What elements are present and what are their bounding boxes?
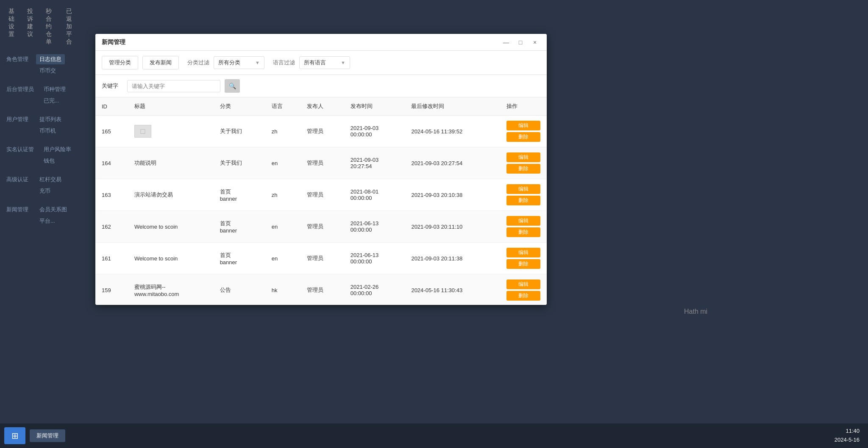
windows-icon: ⊞: [11, 431, 19, 441]
publish-news-button[interactable]: 发布新闻: [142, 56, 179, 69]
cell-id: 165: [95, 116, 128, 147]
cell-action: 编辑删除: [500, 243, 547, 274]
cell-action: 编辑删除: [500, 147, 547, 179]
sidebar-group-admin: 后台管理员 币种管理 已完...: [0, 80, 85, 110]
col-category: 分类: [214, 97, 265, 116]
delete-button[interactable]: 删除: [506, 259, 540, 269]
nav-top-row: 基础设置 投诉建议 秒合约仓单 已返加平合: [0, 0, 85, 50]
sidebar-item-withdraw[interactable]: 提币列表: [36, 114, 65, 124]
cell-publish-time: 2021-09-03 00:00:00: [344, 116, 405, 147]
nav-complaints[interactable]: 投诉建议: [27, 8, 35, 46]
action-buttons: 编辑删除: [506, 248, 540, 269]
title-thumbnail: □: [134, 125, 151, 138]
taskbar-news-item[interactable]: 新闻管理: [30, 429, 65, 442]
cell-category: 关于我们: [214, 147, 265, 179]
edit-button[interactable]: 编辑: [506, 216, 540, 226]
clock-time: 11:40: [835, 427, 860, 436]
sidebar-item-log[interactable]: 日志信息: [36, 54, 65, 64]
col-title: 标题: [128, 97, 214, 116]
nav-basic-settings[interactable]: 基础设置: [8, 8, 17, 46]
window-title: 新闻管理: [102, 39, 501, 46]
cell-action: 编辑删除: [500, 211, 547, 243]
delete-button[interactable]: 删除: [506, 227, 540, 237]
sidebar-group-advanced: 高级认证 杠杆交易 充币: [0, 170, 85, 200]
edit-button[interactable]: 编辑: [506, 248, 540, 257]
table-row: 164功能说明关于我们en管理员2021-09-03 20:27:542021-…: [95, 147, 547, 179]
sidebar-item-member-relation[interactable]: 会员关系图: [36, 205, 70, 215]
edit-button[interactable]: 编辑: [506, 279, 540, 289]
table-row: 161Welcome to scoin首页 banneren管理员2021-06…: [95, 243, 547, 274]
nav-second-contract[interactable]: 秒合约仓单: [46, 8, 56, 46]
news-table: ID 标题 分类 语言 发布人 发布时间 最后修改时间 操作 165□关于我们z…: [95, 97, 547, 305]
minimize-button[interactable]: —: [501, 37, 512, 48]
delete-button[interactable]: 删除: [506, 164, 540, 174]
cell-category: 首页 banner: [214, 211, 265, 243]
maximize-button[interactable]: □: [515, 37, 526, 48]
sidebar: 基础设置 投诉建议 秒合约仓单 已返加平合 角色管理 日志信息 币币交 后台管理…: [0, 0, 85, 423]
search-button[interactable]: 🔍: [225, 79, 240, 93]
edit-button[interactable]: 编辑: [506, 152, 540, 162]
sidebar-item-wallet[interactable]: 钱包: [40, 156, 75, 166]
table-row: 165□关于我们zh管理员2021-09-03 00:00:002024-05-…: [95, 116, 547, 147]
sidebar-item-leverage[interactable]: 杠杆交易: [36, 174, 65, 185]
sidebar-groups: 角色管理 日志信息 币币交 后台管理员 币种管理 已完... 用户管理 提币列表…: [0, 50, 85, 230]
delete-button[interactable]: 删除: [506, 291, 540, 301]
col-id: ID: [95, 97, 128, 116]
search-label: 关键字: [102, 82, 123, 90]
search-row: 关键字 🔍: [95, 75, 547, 97]
cell-publish-time: 2021-06-13 00:00:00: [344, 211, 405, 243]
window-titlebar: 新闻管理 — □ ×: [95, 34, 547, 51]
close-button[interactable]: ×: [529, 37, 540, 48]
manage-category-button[interactable]: 管理分类: [102, 56, 138, 69]
cell-id: 161: [95, 243, 128, 274]
table-row: 159蜜桃源码网-- www.mitaobo.com公告hk管理员2021-02…: [95, 274, 547, 305]
col-publish-time: 发布时间: [344, 97, 405, 116]
window-controls: — □ ×: [501, 37, 540, 48]
sidebar-group-news: 新闻管理 会员关系图 平台...: [0, 200, 85, 230]
sidebar-item-currency-machine[interactable]: 币币机: [36, 126, 65, 136]
nav-returned[interactable]: 已返加平合: [66, 8, 76, 46]
cell-publish-time: 2021-08-01 00:00:00: [344, 179, 405, 211]
delete-button[interactable]: 删除: [506, 132, 540, 142]
cell-publisher: 管理员: [300, 116, 344, 147]
sidebar-item-completed[interactable]: 已完...: [40, 96, 69, 106]
sidebar-items-role: 日志信息 币币交: [36, 54, 65, 76]
cell-title: Welcome to scoin: [128, 243, 214, 274]
cell-action: 编辑删除: [500, 116, 547, 147]
edit-button[interactable]: 编辑: [506, 184, 540, 194]
action-buttons: 编辑删除: [506, 279, 540, 301]
action-buttons: 编辑删除: [506, 152, 540, 174]
filter-language-select[interactable]: 所有语言 ▼: [299, 56, 350, 69]
sidebar-item-deposit[interactable]: 充币: [36, 186, 65, 196]
cell-category: 首页 banner: [214, 179, 265, 211]
filter-category-value: 所有分类: [218, 59, 240, 66]
sidebar-items-user: 提币列表 币币机: [36, 114, 65, 136]
filter-language-label: 语言过滤: [273, 59, 295, 66]
start-button[interactable]: ⊞: [4, 427, 25, 444]
filter-category-arrow-icon: ▼: [255, 60, 260, 65]
filter-category-label: 分类过滤: [187, 59, 209, 66]
col-action: 操作: [500, 97, 547, 116]
search-input[interactable]: [127, 80, 220, 92]
cell-last-modified: 2024-05-16 11:30:43: [405, 274, 500, 305]
sidebar-label-news: 新闻管理: [6, 205, 30, 213]
delete-button[interactable]: 删除: [506, 196, 540, 205]
filter-category-select[interactable]: 所有分类 ▼: [214, 56, 264, 69]
cell-last-modified: 2021-09-03 20:11:38: [405, 243, 500, 274]
sidebar-item-currency-manage[interactable]: 币种管理: [40, 84, 69, 94]
filter-language-arrow-icon: ▼: [341, 60, 345, 65]
edit-button[interactable]: 编辑: [506, 121, 540, 130]
sidebar-items-admin: 币种管理 已完...: [40, 84, 69, 106]
sidebar-item-user-risk[interactable]: 用户风险率: [40, 144, 75, 155]
cell-action: 编辑删除: [500, 179, 547, 211]
sidebar-item-currency-exchange[interactable]: 币币交: [36, 66, 65, 76]
cell-language: hk: [265, 274, 300, 305]
search-icon: 🔍: [229, 83, 236, 89]
sidebar-group-user: 用户管理 提币列表 币币机: [0, 110, 85, 140]
sidebar-item-platform[interactable]: 平台...: [36, 216, 70, 226]
cell-title: 演示站请勿交易: [128, 179, 214, 211]
cell-category: 首页 banner: [214, 243, 265, 274]
cell-id: 164: [95, 147, 128, 179]
col-last-modified: 最后修改时间: [405, 97, 500, 116]
action-buttons: 编辑删除: [506, 121, 540, 142]
